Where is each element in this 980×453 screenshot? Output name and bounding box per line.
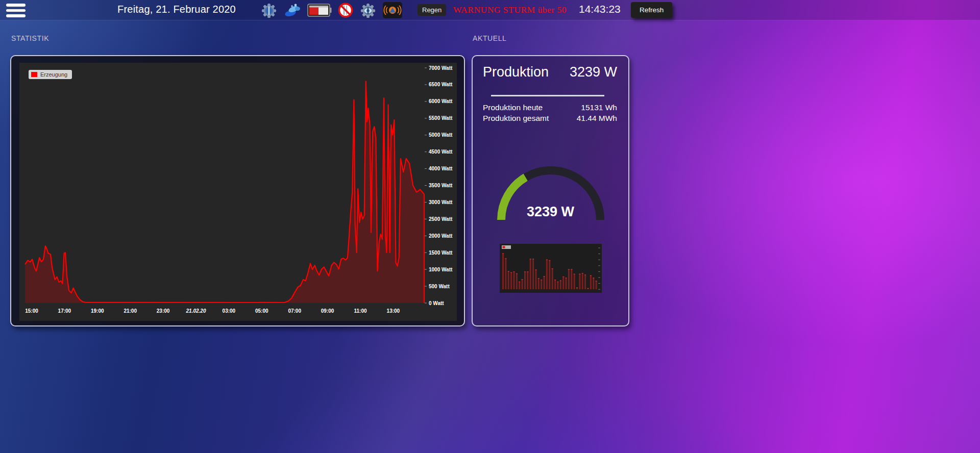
machine-gear-icon[interactable]: [260, 3, 278, 18]
svg-text:03:00: 03:00: [223, 308, 236, 314]
hand-wash-icon[interactable]: [284, 3, 301, 18]
gear-monitor-icon[interactable]: [359, 3, 377, 18]
svg-text:0 Watt: 0 Watt: [429, 300, 444, 306]
svg-text:2000 Watt: 2000 Watt: [429, 233, 453, 239]
svg-text:21.02.20: 21.02.20: [186, 308, 206, 314]
svg-text:15:00: 15:00: [25, 308, 38, 314]
production-today-label: Produktion heute: [483, 103, 543, 112]
status-icon-row: [260, 2, 402, 18]
chart-legend: Erzeugung: [29, 70, 72, 79]
production-total-value: 41.44 MWh: [577, 114, 617, 123]
statistik-section-label: STATISTIK: [11, 34, 49, 42]
svg-text:11:00: 11:00: [354, 308, 366, 314]
svg-text:21:00: 21:00: [124, 308, 137, 314]
production-today-value: 15131 Wh: [581, 103, 617, 112]
svg-text:09:00: 09:00: [321, 308, 334, 314]
rain-status-badge: Regen: [418, 4, 446, 16]
production-chart-canvas: 7000 Watt6500 Watt6000 Watt5500 Watt5000…: [19, 63, 457, 321]
top-bar: Freitag, 21. Februar 2020: [0, 0, 980, 20]
svg-text:1500 Watt: 1500 Watt: [429, 250, 453, 256]
svg-text:05:00: 05:00: [255, 308, 268, 314]
legend-label: Erzeugung: [40, 71, 67, 78]
mini-bar-chart: [500, 244, 602, 293]
production-total-row: Produktion gesamt 41.44 MWh: [483, 114, 617, 123]
svg-text:5000 Watt: 5000 Watt: [429, 132, 453, 138]
svg-text:2500 Watt: 2500 Watt: [429, 216, 453, 222]
svg-text:5500 Watt: 5500 Watt: [429, 115, 453, 121]
aktuell-section-label: AKTUELL: [473, 34, 506, 42]
production-total-label: Produktion gesamt: [483, 114, 549, 123]
svg-text:4500 Watt: 4500 Watt: [429, 149, 453, 155]
clock: 14:43:23: [579, 3, 621, 15]
siren-alarm-icon[interactable]: [383, 2, 402, 18]
production-today-row: Produktion heute 15131 Wh: [483, 103, 617, 112]
production-heading-row: Produktion 3239 W: [483, 64, 617, 80]
svg-text:19:00: 19:00: [91, 308, 104, 314]
statistik-panel: 7000 Watt6500 Watt6000 Watt5500 Watt5000…: [10, 55, 465, 326]
legend-color-swatch: [31, 72, 37, 77]
svg-text:1000 Watt: 1000 Watt: [429, 267, 453, 272]
svg-text:3000 Watt: 3000 Watt: [429, 199, 453, 205]
svg-text:6500 Watt: 6500 Watt: [429, 82, 453, 87]
production-heading: Produktion: [483, 64, 549, 80]
svg-text:13:00: 13:00: [387, 308, 400, 314]
svg-text:17:00: 17:00: [58, 308, 71, 314]
no-entry-icon[interactable]: [338, 3, 353, 18]
gauge-value-label: 3239 W: [473, 204, 628, 220]
storm-warning-text: WARNUNG STURM über 50: [453, 5, 567, 15]
svg-text:07:00: 07:00: [288, 308, 301, 314]
menu-icon[interactable]: [6, 4, 26, 17]
aktuell-panel: Produktion 3239 W Produktion heute 15131…: [472, 55, 629, 326]
svg-text:3500 Watt: 3500 Watt: [429, 183, 453, 188]
svg-text:4000 Watt: 4000 Watt: [429, 166, 453, 171]
svg-text:500 Watt: 500 Watt: [429, 284, 450, 289]
svg-text:23:00: 23:00: [157, 308, 170, 314]
svg-text:6000 Watt: 6000 Watt: [429, 98, 453, 104]
svg-text:7000 Watt: 7000 Watt: [429, 65, 453, 71]
divider: [491, 95, 604, 96]
date-label: Freitag, 21. Februar 2020: [115, 4, 238, 15]
production-current-value: 3239 W: [570, 64, 617, 80]
desktop-background: Freitag, 21. Februar 2020: [0, 0, 980, 453]
battery-icon[interactable]: [307, 3, 332, 17]
refresh-button[interactable]: Refresh: [631, 2, 672, 18]
production-chart: 7000 Watt6500 Watt6000 Watt5500 Watt5000…: [19, 63, 457, 321]
